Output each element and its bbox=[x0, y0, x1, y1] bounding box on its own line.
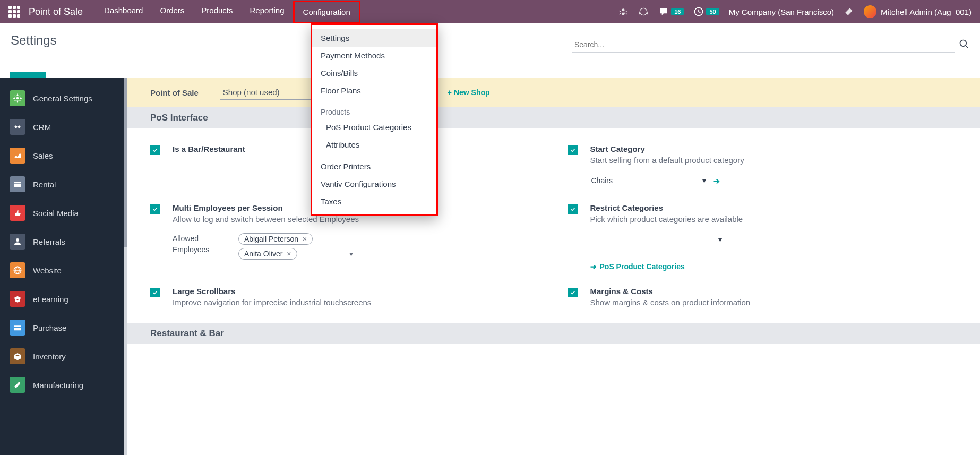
page-title: Settings bbox=[11, 33, 57, 48]
messages-button[interactable]: 16 bbox=[658, 6, 684, 17]
topnav-right: 16 50 My Company (San Francisco) Mitchel… bbox=[618, 5, 972, 18]
activities-badge: 50 bbox=[706, 8, 719, 15]
clock-icon bbox=[693, 6, 704, 17]
nav-dashboard[interactable]: Dashboard bbox=[96, 1, 151, 23]
chat-icon bbox=[658, 6, 669, 17]
messages-badge: 16 bbox=[671, 8, 684, 15]
dropdown-payment-methods[interactable]: Payment Methods bbox=[312, 47, 436, 64]
svg-line-1 bbox=[620, 11, 621, 12]
svg-line-2 bbox=[626, 11, 627, 12]
debug-icon[interactable] bbox=[618, 6, 629, 17]
svg-point-7 bbox=[960, 40, 967, 47]
avatar bbox=[864, 5, 876, 18]
activities-button[interactable]: 50 bbox=[693, 6, 719, 17]
svg-point-5 bbox=[640, 8, 647, 15]
nav-reporting[interactable]: Reporting bbox=[242, 1, 293, 23]
company-selector[interactable]: My Company (San Francisco) bbox=[729, 7, 834, 16]
dropdown-coins-bills[interactable]: Coins/Bills bbox=[312, 64, 436, 76]
user-menu[interactable]: Mitchell Admin (Aug_001) bbox=[864, 5, 972, 18]
configuration-dropdown: Settings Payment Methods Coins/Bills Flo… bbox=[311, 23, 438, 76]
svg-line-4 bbox=[626, 13, 627, 14]
nav-orders[interactable]: Orders bbox=[151, 1, 193, 23]
nav-configuration[interactable]: Configuration bbox=[293, 1, 360, 23]
svg-line-3 bbox=[620, 13, 621, 14]
control-bar: Settings SAVE DISCARD bbox=[0, 23, 980, 76]
app-brand[interactable]: Point of Sale bbox=[29, 6, 83, 18]
user-name: Mitchell Admin (Aug_001) bbox=[881, 7, 972, 16]
nav-items: Dashboard Orders Products Reporting Conf… bbox=[96, 1, 360, 23]
svg-line-8 bbox=[966, 46, 968, 48]
discard-button[interactable]: DISCARD bbox=[56, 76, 92, 77]
nav-products[interactable]: Products bbox=[193, 1, 241, 23]
apps-menu-icon[interactable] bbox=[8, 6, 20, 18]
top-nav: Point of Sale Dashboard Orders Products … bbox=[0, 0, 980, 23]
dropdown-settings[interactable]: Settings bbox=[312, 29, 436, 47]
tools-icon[interactable] bbox=[844, 6, 854, 17]
support-icon[interactable] bbox=[638, 6, 649, 17]
search-icon[interactable] bbox=[959, 39, 969, 51]
save-button[interactable]: SAVE bbox=[10, 72, 46, 76]
search-input[interactable] bbox=[572, 37, 955, 53]
svg-point-0 bbox=[622, 8, 625, 11]
